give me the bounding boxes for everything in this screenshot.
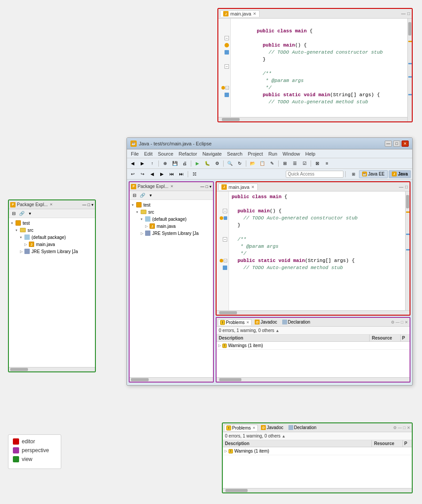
minimize-button[interactable]: —: [401, 11, 406, 16]
left-tree-jre[interactable]: ▷ JRE System Library [Ja: [19, 248, 94, 255]
bottom-close-button[interactable]: ✕: [407, 426, 410, 430]
collapse-icon[interactable]: −: [225, 36, 229, 40]
horizontal-scrollbar[interactable]: [218, 117, 407, 121]
menu-file[interactable]: File: [129, 151, 141, 157]
tb-new-button[interactable]: ⊕: [161, 160, 170, 168]
bottom-tab-javadoc[interactable]: @ Javadoc: [259, 425, 285, 431]
tb-run-button[interactable]: ▶: [193, 160, 202, 168]
bottom-tab-problems[interactable]: ! Problems ✕: [224, 425, 258, 431]
eclipse-editor-close-icon[interactable]: ✕: [251, 185, 255, 189]
menu-search[interactable]: Search: [225, 151, 245, 157]
java-ee-perspective-button[interactable]: ☕ Java EE: [359, 170, 388, 178]
bottom-problems-close-icon[interactable]: ✕: [252, 426, 256, 430]
tb-print-button[interactable]: 🖨: [180, 160, 189, 168]
eclipse-editor-maximize[interactable]: □: [405, 184, 408, 189]
eclipse-code-display[interactable]: public class main { public main() { // T…: [229, 191, 405, 310]
tb2-misc-button[interactable]: ☵: [190, 170, 199, 178]
problems-sort-icon[interactable]: ▲: [276, 328, 280, 333]
bottom-minimize-button[interactable]: —: [398, 426, 402, 430]
pkg-tb-link-button[interactable]: 🔗: [139, 192, 146, 199]
maximize-button[interactable]: □: [407, 11, 410, 16]
pkg-maximize-button[interactable]: □: [206, 184, 208, 189]
left-tree-test[interactable]: ▾ test: [10, 219, 94, 227]
left-pkg-close-icon[interactable]: ✕: [50, 203, 53, 207]
problems-minimize-button[interactable]: —: [396, 320, 400, 324]
tb-task-button[interactable]: ☑: [300, 160, 309, 168]
tree-item-test[interactable]: ▾ test: [131, 201, 212, 208]
left-pkg-tab[interactable]: P Package Expl... ✕: [10, 202, 53, 207]
java-perspective-button[interactable]: J Java: [389, 170, 411, 178]
problems-settings-icon[interactable]: ⚙: [391, 320, 394, 324]
tb-extra2-button[interactable]: ≡: [323, 160, 331, 168]
tb-ref-button[interactable]: ↻: [235, 160, 244, 168]
tb2-nav3-button[interactable]: ⏮: [167, 170, 176, 178]
h-scrollbar-thumb[interactable]: [222, 118, 240, 121]
tb-extra-button[interactable]: ⊠: [313, 160, 322, 168]
left-pkg-menu[interactable]: ▾: [91, 203, 94, 207]
tb-back-button[interactable]: ◀: [128, 160, 137, 168]
tb2-undo-button[interactable]: ↩: [128, 170, 137, 178]
left-pkg-tb-1[interactable]: ⊟: [10, 210, 17, 217]
pkg-scrollbar-thumb[interactable]: [131, 378, 149, 381]
eclipse-scrollbar-thumb[interactable]: [406, 195, 409, 208]
tb-ext-button[interactable]: ⚙: [213, 160, 221, 168]
vertical-scrollbar[interactable]: [407, 19, 412, 121]
window-close-button[interactable]: ✕: [402, 141, 409, 147]
tab-declaration[interactable]: Declaration: [280, 319, 312, 325]
eg-minus-1[interactable]: −: [223, 207, 227, 215]
left-pkg-scrollbar[interactable]: [9, 367, 95, 371]
pkg-menu-button[interactable]: ▾: [209, 184, 212, 189]
menu-window[interactable]: Window: [280, 151, 302, 157]
window-maximize-button[interactable]: □: [393, 141, 400, 147]
tb-up-button[interactable]: ↑: [148, 160, 157, 168]
code-display[interactable]: public class main { public main() { // T…: [231, 19, 407, 121]
collapse-icon-2[interactable]: −: [225, 64, 229, 69]
eg-minus-2[interactable]: −: [223, 236, 227, 243]
pkg-tb-menu-button[interactable]: ▾: [147, 192, 154, 199]
gutter-minus-3[interactable]: −: [221, 84, 229, 91]
bottom-tab-declaration[interactable]: Declaration: [287, 425, 319, 431]
gutter-minus-2[interactable]: −: [225, 63, 229, 70]
menu-edit[interactable]: Edit: [142, 151, 155, 157]
tb-col-button[interactable]: ☰: [290, 160, 299, 168]
tb-misc-button[interactable]: ⊞: [280, 160, 289, 168]
problems-h-scrollbar[interactable]: [217, 377, 410, 382]
eclipse-editor-tab[interactable]: J main.java ✕: [218, 184, 258, 190]
pkg-tb-collapse-button[interactable]: ⊟: [131, 192, 138, 199]
menu-refactor[interactable]: Refactor: [177, 151, 200, 157]
problems-row-1[interactable]: ▷ ! Warnings (1 item): [217, 342, 410, 350]
left-pkg-tb-2[interactable]: 🔗: [18, 210, 25, 217]
pkg-scrollbar[interactable]: [130, 377, 213, 382]
eg-collapse-3[interactable]: −: [224, 259, 227, 262]
tb2-nav2-button[interactable]: ▶: [158, 170, 166, 178]
problems-maximize-button[interactable]: □: [401, 320, 403, 324]
bottom-prob-h-scrollbar[interactable]: [223, 488, 412, 492]
tb2-nav4-button[interactable]: ⏭: [177, 170, 186, 178]
tb2-redo-button[interactable]: ↪: [138, 170, 147, 178]
eg-collapse-1[interactable]: −: [223, 209, 227, 213]
quick-access-input[interactable]: [286, 171, 343, 178]
tb-save-button[interactable]: 💾: [170, 160, 179, 168]
close-icon[interactable]: ✕: [253, 12, 256, 16]
bottom-prob-scrollbar-thumb[interactable]: [225, 489, 248, 492]
menu-help[interactable]: Help: [303, 151, 318, 157]
menu-navigate[interactable]: Navigate: [200, 151, 224, 157]
pkg-minimize-button[interactable]: —: [201, 184, 205, 189]
eg-collapse-2[interactable]: −: [223, 237, 227, 242]
left-pkg-minimize[interactable]: —: [83, 203, 87, 207]
tree-item-src[interactable]: ▾ src: [135, 208, 212, 215]
tb-debug-button[interactable]: 🐛: [203, 160, 212, 168]
tb-search-button[interactable]: 🔍: [225, 160, 234, 168]
tb-forward-button[interactable]: ▶: [138, 160, 147, 168]
eclipse-h-scrollbar[interactable]: [217, 310, 410, 315]
eclipse-v-scrollbar[interactable]: [405, 191, 410, 310]
scrollbar-thumb[interactable]: [408, 22, 411, 35]
eclipse-editor-minimize[interactable]: —: [399, 184, 403, 189]
menu-run[interactable]: Run: [266, 151, 280, 157]
open-perspective-button[interactable]: ⊞: [349, 170, 358, 178]
tb-paste-button[interactable]: 📋: [258, 160, 267, 168]
eg-minus-3[interactable]: −: [220, 257, 227, 264]
gutter-minus-1[interactable]: −: [225, 35, 229, 42]
problems-menu-button[interactable]: ✕: [405, 320, 408, 324]
bottom-prob-sort-icon[interactable]: ▲: [282, 434, 286, 438]
